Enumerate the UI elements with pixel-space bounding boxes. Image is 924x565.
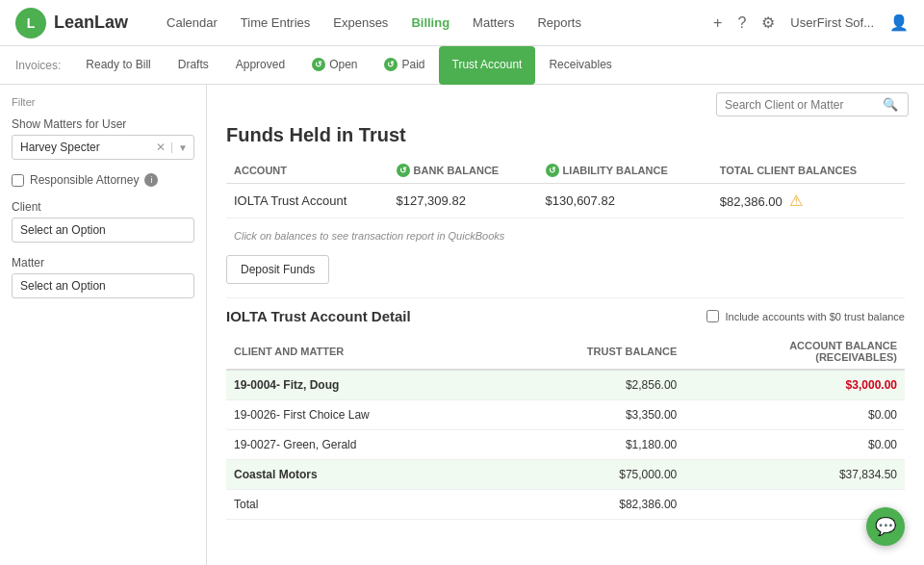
divider <box>226 297 905 298</box>
sidebar: Filter Show Matters for User Harvey Spec… <box>0 85 207 565</box>
detail-title: IOLTA Trust Account Detail <box>226 308 411 324</box>
bank-balance-dot-icon: ↺ <box>397 164 410 177</box>
clear-user-button[interactable]: ✕ <box>150 141 171 154</box>
account-balance-value: $37,834.50 <box>684 460 905 490</box>
trust-balance-value: $75,000.00 <box>496 460 684 490</box>
search-input[interactable] <box>725 98 879 112</box>
top-nav: L LeanLaw Calendar Time Entries Expenses… <box>0 0 924 46</box>
trust-balance-value: $3,350.00 <box>496 400 684 430</box>
total-client-col-header: TOTAL CLIENT BALANCES <box>712 158 905 184</box>
table-row: 19-0026- First Choice Law $3,350.00 $0.0… <box>226 400 905 430</box>
filter-title: Filter <box>12 96 194 108</box>
invoices-label: Invoices: <box>15 59 61 72</box>
app-name: LeanLaw <box>54 13 128 33</box>
client-name[interactable]: Coastal Motors <box>226 460 496 490</box>
matter-select[interactable]: Select an Option <box>12 273 194 298</box>
search-box: 🔍 <box>716 92 909 116</box>
nav-reports[interactable]: Reports <box>537 15 581 30</box>
tab-ready-to-bill[interactable]: Ready to Bill <box>72 46 164 85</box>
client-name[interactable]: 19-0004- Fitz, Doug <box>226 370 496 400</box>
client-name[interactable]: 19-0026- First Choice Law <box>226 400 496 430</box>
deposit-funds-section: Deposit Funds <box>226 255 329 284</box>
logo-icon: L <box>15 8 46 39</box>
warning-icon: ⚠ <box>789 193 803 209</box>
responsible-attorney-row: Responsible Attorney i <box>12 173 194 187</box>
account-row: IOLTA Trust Account $127,309.82 $130,607… <box>226 184 905 218</box>
detail-table: CLIENT AND MATTER TRUST BALANCE ACCOUNT … <box>226 334 905 520</box>
total-trust-value: $82,386.00 <box>496 490 684 520</box>
total-client-value: $82,386.00 ⚠ <box>712 184 905 218</box>
tab-drafts[interactable]: Drafts <box>165 46 222 85</box>
paid-dot-icon: ↺ <box>384 58 398 71</box>
chat-button[interactable]: 💬 <box>866 507 905 546</box>
sub-nav: Invoices: Ready to Bill Drafts Approved … <box>0 46 924 85</box>
account-balance-col-header: ACCOUNT BALANCE (RECEIVABLES) <box>684 334 905 370</box>
liability-balance-value[interactable]: $130,607.82 <box>538 184 712 218</box>
account-col-header: ACCOUNT <box>226 158 389 184</box>
nav-expenses[interactable]: Expenses <box>333 15 388 30</box>
page-title: Funds Held in Trust <box>207 124 924 158</box>
tab-receivables[interactable]: Receivables <box>535 46 625 85</box>
responsible-attorney-info-icon[interactable]: i <box>144 173 158 187</box>
include-zero-option: Include accounts with $0 trust balance <box>706 310 905 322</box>
user-menu[interactable]: UserFirst Sof... <box>790 15 874 30</box>
client-select[interactable]: Select an Option <box>12 218 194 243</box>
total-label: Total <box>226 490 496 520</box>
liability-balance-col-header: ↺ LIABILITY BALANCE <box>538 158 712 184</box>
chat-icon: 💬 <box>875 516 896 537</box>
user-select-dropdown-icon[interactable]: ▼ <box>171 142 193 153</box>
add-icon[interactable]: + <box>713 14 722 32</box>
sub-nav-tabs: Ready to Bill Drafts Approved ↺ Open ↺ P… <box>72 46 625 85</box>
matter-section: Matter Select an Option <box>12 256 194 298</box>
detail-section: IOLTA Trust Account Detail Include accou… <box>207 308 924 520</box>
responsible-attorney-section: Responsible Attorney i <box>12 173 194 187</box>
tab-approved[interactable]: Approved <box>222 46 298 85</box>
settings-icon[interactable]: ⚙ <box>761 13 775 32</box>
responsible-attorney-checkbox[interactable] <box>12 174 24 187</box>
include-zero-checkbox[interactable] <box>706 310 719 322</box>
table-row: 19-0027- Green, Gerald $1,180.00 $0.00 <box>226 430 905 460</box>
account-name: IOLTA Trust Account <box>226 184 389 218</box>
nav-calendar[interactable]: Calendar <box>167 15 218 30</box>
show-matters-label: Show Matters for User <box>12 117 194 131</box>
search-icon: 🔍 <box>883 97 898 112</box>
account-balance-value: $3,000.00 <box>684 370 905 400</box>
client-label: Client <box>12 200 194 214</box>
quickbooks-note: Click on balances to see transaction rep… <box>207 226 924 251</box>
help-icon[interactable]: ? <box>737 14 746 32</box>
responsible-attorney-label: Responsible Attorney <box>30 173 139 187</box>
table-row: Coastal Motors $75,000.00 $37,834.50 <box>226 460 905 490</box>
bank-balance-value[interactable]: $127,309.82 <box>389 184 538 218</box>
user-select-wrapper: Harvey Specter ✕ ▼ <box>12 135 194 160</box>
client-matter-col-header: CLIENT AND MATTER <box>226 334 496 370</box>
account-summary-table: ACCOUNT ↺ BANK BALANCE ↺ LIABILITY BALAN… <box>207 158 924 218</box>
nav-right: + ? ⚙ UserFirst Sof... 👤 <box>713 13 909 32</box>
account-balance-value: $0.00 <box>684 430 905 460</box>
main-layout: Filter Show Matters for User Harvey Spec… <box>0 85 924 565</box>
client-name[interactable]: 19-0027- Green, Gerald <box>226 430 496 460</box>
nav-time-entries[interactable]: Time Entries <box>241 15 310 30</box>
open-dot-icon: ↺ <box>312 58 325 71</box>
tab-paid[interactable]: ↺ Paid <box>371 46 438 85</box>
deposit-funds-button[interactable]: Deposit Funds <box>226 255 329 284</box>
nav-billing[interactable]: Billing <box>411 15 449 30</box>
account-balance-value: $0.00 <box>684 400 905 430</box>
client-section: Client Select an Option <box>12 200 194 243</box>
total-row: Total $82,386.00 <box>226 490 905 520</box>
user-select-value: Harvey Specter <box>13 136 150 159</box>
main-content: 🔍 Funds Held in Trust ACCOUNT ↺ BANK BAL… <box>207 85 924 565</box>
nav-links: Calendar Time Entries Expenses Billing M… <box>167 15 690 30</box>
logo-area: L LeanLaw <box>15 8 128 39</box>
include-zero-label: Include accounts with $0 trust balance <box>725 311 905 322</box>
matter-label: Matter <box>12 256 194 270</box>
trust-balance-value: $2,856.00 <box>496 370 684 400</box>
trust-balance-value: $1,180.00 <box>496 430 684 460</box>
nav-matters[interactable]: Matters <box>473 15 514 30</box>
trust-balance-col-header: TRUST BALANCE <box>496 334 684 370</box>
tab-open[interactable]: ↺ Open <box>298 46 371 85</box>
bank-balance-col-header: ↺ BANK BALANCE <box>389 158 538 184</box>
tab-trust-account[interactable]: Trust Account <box>439 46 536 85</box>
user-icon[interactable]: 👤 <box>889 13 909 32</box>
show-matters-section: Show Matters for User Harvey Specter ✕ ▼ <box>12 117 194 160</box>
liability-balance-dot-icon: ↺ <box>546 164 559 177</box>
